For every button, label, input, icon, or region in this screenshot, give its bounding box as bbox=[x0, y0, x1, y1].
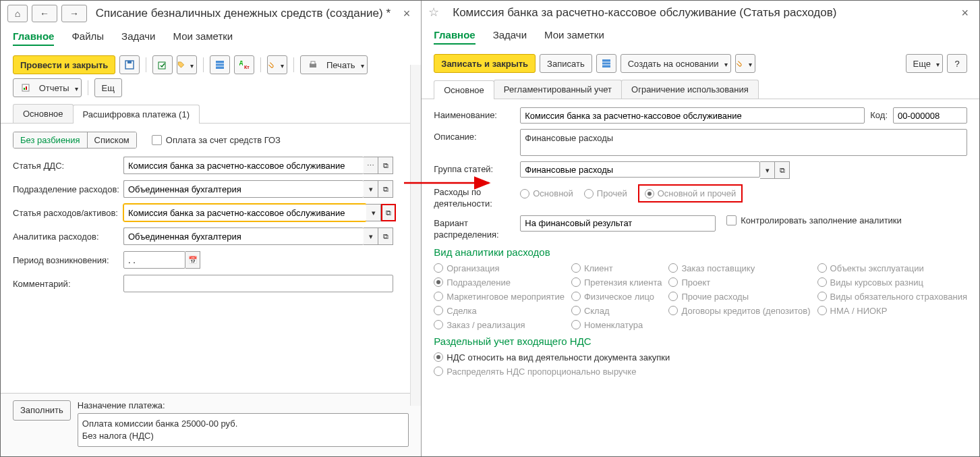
help-button[interactable]: ? bbox=[947, 54, 967, 73]
expense-dd-button[interactable]: ▾ bbox=[366, 204, 381, 221]
expense-input[interactable] bbox=[123, 204, 366, 221]
star-icon[interactable]: ☆ bbox=[428, 5, 444, 21]
grid-icon-button[interactable] bbox=[596, 54, 616, 73]
ra-nomen[interactable]: Номенклатура bbox=[571, 320, 662, 330]
menu-main[interactable]: Главное bbox=[434, 29, 475, 45]
toggle-list[interactable]: Списком bbox=[88, 132, 136, 148]
dept-input[interactable] bbox=[123, 180, 364, 198]
ra-dept[interactable]: Подразделение bbox=[434, 277, 565, 288]
ra-client[interactable]: Клиент bbox=[571, 263, 662, 273]
forward-button[interactable]: → bbox=[61, 5, 87, 22]
menu-notes[interactable]: Мои заметки bbox=[544, 29, 604, 45]
close-icon[interactable]: × bbox=[957, 6, 973, 20]
calendar-icon[interactable]: 📅 bbox=[185, 251, 200, 269]
attach-button[interactable] bbox=[735, 54, 755, 73]
tab-detail[interactable]: Расшифровка платежа (1) bbox=[73, 105, 200, 124]
code-input[interactable] bbox=[893, 107, 967, 124]
tag-button[interactable] bbox=[177, 55, 197, 74]
ra-person[interactable]: Физическое лицо bbox=[571, 292, 662, 302]
grid-icon-button[interactable] bbox=[210, 55, 230, 74]
reports-button[interactable]: Отчеты bbox=[13, 78, 82, 97]
close-icon[interactable]: × bbox=[399, 7, 415, 21]
dds-ellipsis-button[interactable]: ⋯ bbox=[364, 157, 378, 174]
more-button-left[interactable]: Ещ bbox=[94, 78, 122, 97]
svg-text:Кт: Кт bbox=[244, 65, 250, 70]
ra-project[interactable]: Проект bbox=[668, 277, 810, 288]
tab-limit[interactable]: Ограничение использования bbox=[621, 80, 759, 99]
scrollbar-y[interactable] bbox=[410, 65, 421, 406]
svg-text:Д: Д bbox=[239, 60, 243, 65]
radio-both[interactable]: Основной и прочей bbox=[638, 184, 743, 203]
split-toggle: Без разбиения Списком bbox=[13, 132, 137, 149]
more-button-right[interactable]: Еще bbox=[906, 54, 943, 73]
right-menubar: Главное Задачи Мои заметки bbox=[422, 25, 979, 51]
tab-main[interactable]: Основное bbox=[434, 80, 494, 99]
print-button[interactable]: Печать bbox=[300, 55, 367, 74]
attach-button[interactable] bbox=[267, 55, 287, 74]
ra-mkt[interactable]: Маркетинговое мероприятие bbox=[434, 292, 565, 302]
name-input[interactable] bbox=[520, 107, 865, 124]
left-panel: ⌂ ← → Списание безналичных денежных сред… bbox=[1, 1, 422, 456]
radio-vat-prop[interactable]: Распределять НДС пропорционально выручке bbox=[434, 367, 636, 377]
comment-input[interactable] bbox=[123, 275, 393, 292]
toggle-no-split[interactable]: Без разбиения bbox=[13, 132, 88, 148]
svg-rect-14 bbox=[602, 59, 610, 68]
ra-fx[interactable]: Виды курсовых разниц bbox=[817, 277, 967, 288]
desc-textarea[interactable]: Финансовые расходы bbox=[520, 129, 967, 156]
menu-files[interactable]: Файлы bbox=[71, 30, 104, 46]
dept-label: Подразделение расходов: bbox=[13, 184, 121, 194]
ra-nma[interactable]: НМА / НИОКР bbox=[817, 306, 967, 316]
save-icon-button[interactable] bbox=[119, 55, 140, 74]
ra-order-real[interactable]: Заказ / реализация bbox=[434, 320, 565, 330]
fill-button[interactable]: Заполнить bbox=[13, 400, 71, 421]
create-based-button[interactable]: Создать на основании bbox=[621, 54, 731, 73]
dept-open-button[interactable]: ⧉ bbox=[378, 180, 393, 198]
menu-tasks[interactable]: Задачи bbox=[121, 30, 155, 46]
group-input[interactable] bbox=[520, 161, 760, 178]
tab-main[interactable]: Основное bbox=[13, 104, 74, 123]
menu-main[interactable]: Главное bbox=[13, 30, 54, 46]
post-icon-button[interactable] bbox=[152, 55, 173, 74]
ra-deal[interactable]: Сделка bbox=[434, 306, 565, 316]
ra-wh[interactable]: Склад bbox=[571, 306, 662, 316]
radio-vat-doc[interactable]: НДС относить на вид деятельности докумен… bbox=[434, 352, 670, 362]
dds-input[interactable] bbox=[123, 157, 364, 174]
dds-open-button[interactable]: ⧉ bbox=[378, 157, 393, 174]
variant-input[interactable] bbox=[520, 215, 716, 232]
menu-notes[interactable]: Мои заметки bbox=[173, 30, 233, 46]
right-form: Наименование: Код: Описание: Финансовые … bbox=[422, 99, 979, 456]
goz-checkbox-row[interactable]: Оплата за счет средств ГОЗ bbox=[152, 135, 281, 145]
period-input[interactable] bbox=[123, 251, 185, 269]
analytics-dd-button[interactable]: ▾ bbox=[364, 227, 378, 245]
tab-regl[interactable]: Регламентированный учет bbox=[494, 80, 622, 99]
dept-dd-button[interactable]: ▾ bbox=[364, 180, 378, 198]
radio-main[interactable]: Основной bbox=[520, 188, 573, 198]
variant-label: Вариант распределения: bbox=[434, 215, 515, 241]
back-button[interactable]: ← bbox=[32, 5, 57, 22]
post-close-button[interactable]: Провести и закрыть bbox=[13, 55, 115, 74]
save-button[interactable]: Записать bbox=[540, 54, 592, 73]
svg-rect-1 bbox=[127, 61, 132, 63]
ra-claim[interactable]: Претензия клиента bbox=[571, 277, 662, 288]
purpose-textarea[interactable]: Оплата комиссии банка 25000-00 руб. Без … bbox=[78, 413, 409, 447]
group-open-button[interactable]: ⧉ bbox=[775, 161, 790, 179]
ra-other-exp[interactable]: Прочие расходы bbox=[668, 292, 810, 302]
save-close-button[interactable]: Записать и закрыть bbox=[434, 54, 536, 73]
ra-obj[interactable]: Объекты эксплуатации bbox=[817, 263, 967, 273]
dk-icon-button[interactable]: ДКт bbox=[234, 55, 254, 74]
home-button[interactable]: ⌂ bbox=[7, 5, 28, 22]
ra-org[interactable]: Организация bbox=[434, 263, 565, 273]
group-dd-button[interactable]: ▾ bbox=[760, 161, 775, 179]
ra-ins[interactable]: Виды обязательного страхования bbox=[817, 292, 967, 302]
radio-other[interactable]: Прочей bbox=[584, 188, 627, 198]
analytics-input[interactable] bbox=[123, 227, 364, 245]
ra-order-sup[interactable]: Заказ поставщику bbox=[668, 263, 810, 273]
analytics-label: Аналитика расходов: bbox=[13, 232, 121, 242]
goz-checkbox[interactable] bbox=[152, 135, 162, 145]
ctrl-checkbox[interactable] bbox=[726, 215, 737, 225]
analytics-grid: Организация Клиент Заказ поставщику Объе… bbox=[434, 263, 967, 330]
analytics-open-button[interactable]: ⧉ bbox=[378, 227, 393, 245]
menu-tasks[interactable]: Задачи bbox=[493, 29, 527, 45]
expense-open-button[interactable]: ⧉ bbox=[381, 204, 396, 221]
ra-credit[interactable]: Договоры кредитов (депозитов) bbox=[668, 306, 810, 316]
